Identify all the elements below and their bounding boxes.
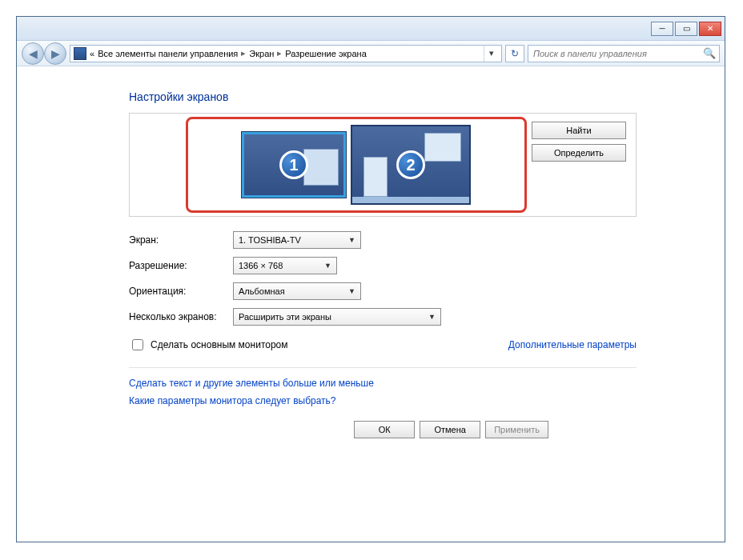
- maximize-button[interactable]: ▭: [675, 22, 697, 36]
- screen-label: Экран:: [129, 234, 233, 246]
- orientation-select-value: Альбомная: [239, 286, 285, 296]
- resolution-select[interactable]: 1366 × 768 ▼: [233, 257, 337, 274]
- monitor-2-taskbar-icon: [352, 197, 469, 203]
- ok-button[interactable]: ОК: [354, 421, 415, 438]
- which-settings-link[interactable]: Какие параметры монитора следует выбрать…: [129, 395, 637, 406]
- display-preview-highlight: 1 2: [186, 117, 527, 213]
- search-box[interactable]: 🔍: [528, 45, 720, 62]
- cancel-button[interactable]: Отмена: [420, 421, 480, 438]
- refresh-button[interactable]: ↻: [505, 45, 524, 62]
- monitor-2-window-icon: [424, 133, 461, 162]
- breadcrumb-item[interactable]: Экран: [249, 49, 274, 58]
- help-links: Сделать текст и другие элементы больше и…: [129, 378, 637, 406]
- screen-select-value: 1. TOSHIBA-TV: [239, 235, 301, 245]
- breadcrumb-item[interactable]: Все элементы панели управления: [98, 49, 238, 58]
- chevron-down-icon: ▼: [348, 236, 355, 244]
- multi-select[interactable]: Расширить эти экраны ▼: [233, 308, 441, 326]
- window: ─ ▭ ✕ ◀ ▶ « Все элементы панели управлен…: [16, 16, 725, 542]
- multi-label: Несколько экранов:: [129, 311, 233, 322]
- display-preview-panel: 1 2 Найти Определить: [129, 113, 637, 217]
- search-input[interactable]: [532, 48, 703, 59]
- detect-button[interactable]: Определить: [532, 144, 626, 162]
- close-button[interactable]: ✕: [699, 22, 721, 36]
- dialog-footer: ОК Отмена Применить: [129, 406, 637, 438]
- multi-select-value: Расширить эти экраны: [239, 312, 331, 322]
- address-dropdown[interactable]: ▾: [484, 46, 498, 62]
- checkbox-row: Сделать основным монитором Дополнительны…: [129, 337, 637, 368]
- content-area: Настройки экранов 1 2 Найти Определить: [17, 66, 725, 542]
- monitor-2-window-icon: [363, 157, 388, 197]
- find-button[interactable]: Найти: [532, 122, 626, 139]
- main-monitor-checkbox-input[interactable]: [132, 339, 143, 350]
- breadcrumb-lead: «: [90, 49, 94, 58]
- orientation-select[interactable]: Альбомная ▼: [233, 282, 361, 300]
- chevron-right-icon: ▸: [277, 48, 282, 58]
- orientation-label: Ориентация:: [129, 286, 233, 297]
- settings-grid: Экран: 1. TOSHIBA-TV ▼ Разрешение: 1366 …: [129, 231, 637, 326]
- screen-select[interactable]: 1. TOSHIBA-TV ▼: [233, 231, 361, 249]
- chevron-down-icon: ▼: [348, 287, 355, 295]
- nav-row: ◀ ▶ « Все элементы панели управления ▸ Э…: [17, 41, 725, 66]
- monitor-2[interactable]: 2: [351, 125, 471, 205]
- apply-button[interactable]: Применить: [485, 421, 548, 438]
- monitor-2-badge: 2: [396, 150, 425, 179]
- search-icon[interactable]: 🔍: [703, 47, 716, 59]
- page-title: Настройки экранов: [129, 90, 637, 103]
- text-size-link[interactable]: Сделать текст и другие элементы больше и…: [129, 378, 637, 389]
- monitor-1-window-icon: [303, 149, 339, 186]
- back-button[interactable]: ◀: [22, 42, 44, 65]
- nav-buttons: ◀ ▶: [22, 42, 66, 65]
- main-monitor-checkbox[interactable]: Сделать основным монитором: [129, 337, 288, 353]
- forward-button[interactable]: ▶: [44, 42, 66, 65]
- monitor-1[interactable]: 1: [242, 132, 346, 198]
- titlebar: ─ ▭ ✕: [17, 17, 725, 41]
- control-panel-icon: [74, 47, 86, 60]
- breadcrumb-item[interactable]: Разрешение экрана: [285, 49, 366, 58]
- main-monitor-checkbox-label: Сделать основным монитором: [151, 339, 288, 350]
- chevron-right-icon: ▸: [241, 48, 246, 58]
- resolution-label: Разрешение:: [129, 260, 233, 271]
- chevron-down-icon: ▼: [428, 313, 436, 321]
- chevron-down-icon: ▼: [324, 262, 331, 270]
- minimize-button[interactable]: ─: [651, 22, 673, 36]
- advanced-settings-link[interactable]: Дополнительные параметры: [508, 339, 637, 350]
- monitor-1-badge: 1: [279, 150, 308, 179]
- resolution-select-value: 1366 × 768: [239, 261, 283, 270]
- preview-side-buttons: Найти Определить: [532, 114, 636, 216]
- address-bar[interactable]: « Все элементы панели управления ▸ Экран…: [70, 45, 502, 62]
